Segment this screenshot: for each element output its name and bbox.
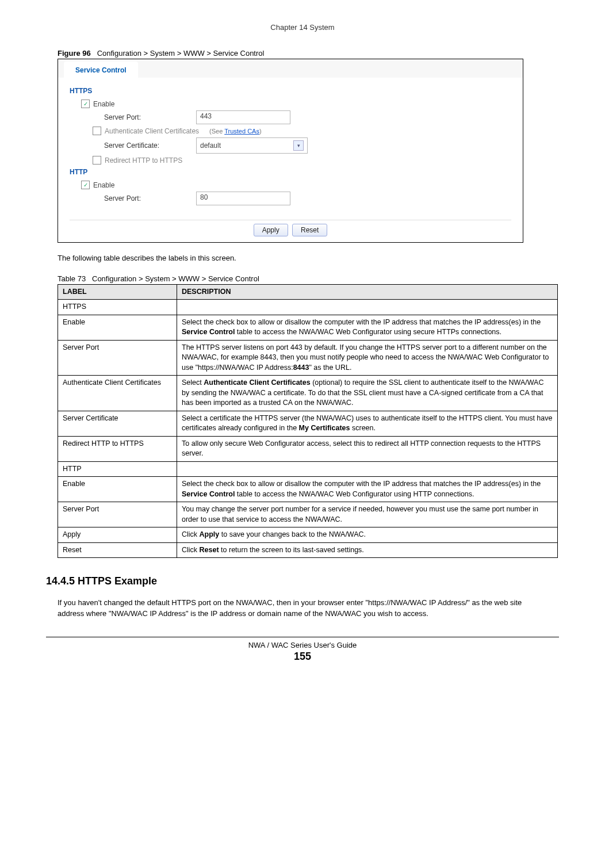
screenshot-figure: Service Control HTTPS ✓ Enable Server Po… [58, 59, 523, 243]
figure-label: Figure 96 [58, 49, 91, 58]
page-footer: NWA / WAC Series User's Guide 155 [46, 637, 559, 663]
tab-service-control[interactable]: Service Control [64, 62, 138, 78]
table-row: Reset Click Reset to return the screen t… [58, 542, 558, 558]
https-server-cert-label: Server Certificate: [104, 142, 196, 150]
https-enable-checkbox[interactable]: ✓ [81, 100, 90, 108]
http-section-title: HTTP [70, 168, 511, 176]
footer-guide-name: NWA / WAC Series User's Guide [46, 641, 559, 649]
http-server-port-input[interactable]: 80 [196, 192, 290, 205]
https-server-port-input[interactable]: 443 [196, 110, 290, 124]
table-row: Enable Select the check box to allow or … [58, 477, 558, 502]
table-caption-text: Configuration > System > WWW > Service C… [92, 274, 259, 283]
https-server-port-label: Server Port: [104, 113, 196, 121]
https-server-cert-select[interactable]: default ▾ [196, 137, 308, 154]
see-text: (See Trusted CAs) [209, 128, 262, 135]
chapter-header: Chapter 14 System [46, 23, 559, 32]
http-enable-label: Enable [93, 181, 114, 189]
figure-caption: Figure 96 Configuration > System > WWW >… [58, 49, 559, 58]
table-row: Redirect HTTP to HTTPS To allow only sec… [58, 436, 558, 461]
https-auth-cert-checkbox[interactable] [93, 127, 101, 135]
https-redirect-checkbox[interactable] [93, 156, 101, 165]
http-enable-checkbox[interactable]: ✓ [81, 181, 90, 189]
https-section-title: HTTPS [70, 87, 511, 95]
table-row: Server Port You may change the server po… [58, 502, 558, 527]
page-number: 155 [46, 651, 559, 663]
table-row: Apply Click Apply to save your changes b… [58, 527, 558, 543]
table-header-row: LABEL DESCRIPTION [58, 284, 558, 300]
trusted-cas-link[interactable]: Trusted CAs [224, 128, 259, 135]
table-row: HTTP [58, 461, 558, 477]
section-heading-https-example: 14.4.5 HTTPS Example [46, 575, 559, 587]
apply-button[interactable]: Apply [254, 224, 288, 236]
table-row: Authenticate Client Certificates Select … [58, 376, 558, 411]
example-paragraph: If you haven't changed the default HTTPS… [58, 598, 547, 620]
tab-bar: Service Control [58, 59, 523, 78]
figure-caption-text: Configuration > System > WWW > Service C… [97, 49, 265, 58]
description-table: LABEL DESCRIPTION HTTPS Enable Select th… [58, 284, 558, 559]
intro-paragraph: The following table describes the labels… [58, 253, 547, 264]
https-redirect-label: Redirect HTTP to HTTPS [105, 156, 182, 165]
chevron-down-icon: ▾ [293, 140, 304, 151]
table-caption: Table 73 Configuration > System > WWW > … [58, 274, 559, 283]
table-row: Server Port The HTTPS server listens on … [58, 340, 558, 376]
http-server-port-label: Server Port: [104, 194, 196, 202]
reset-button[interactable]: Reset [292, 224, 327, 236]
th-desc: DESCRIPTION [177, 284, 558, 300]
table-row: HTTPS [58, 300, 558, 315]
https-enable-label: Enable [93, 100, 114, 108]
https-auth-cert-label: Authenticate Client Certificates [105, 127, 199, 135]
button-bar: Apply Reset [70, 220, 511, 242]
th-label: LABEL [58, 284, 177, 300]
table-row: Server Certificate Select a certificate … [58, 411, 558, 436]
table-row: Enable Select the check box to allow or … [58, 315, 558, 340]
table-label: Table 73 [58, 274, 86, 283]
